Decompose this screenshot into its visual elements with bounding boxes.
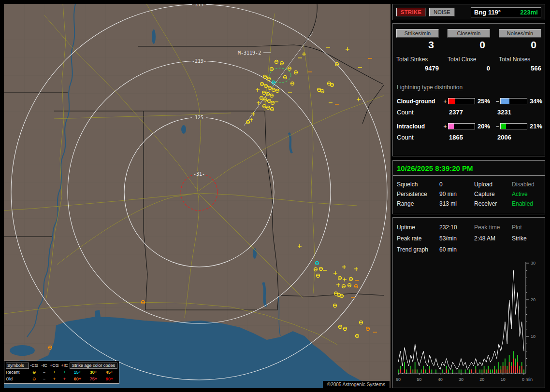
plus-sign: +	[442, 98, 448, 105]
svg-text:10: 10	[531, 334, 536, 339]
ic-minus-bar	[500, 123, 527, 129]
cg-negative-icon: ⊖	[29, 370, 39, 375]
total-noises-value: 566	[499, 65, 541, 72]
cg-minus-pct: 34%	[527, 98, 544, 105]
strike-mode-button[interactable]: STRIKE	[396, 8, 426, 16]
peak-rate-label: Peak rate	[397, 235, 439, 242]
lightning-map[interactable]: -313--219--125--31- M-3119-2 Symbols -CG…	[4, 4, 391, 388]
ic-minus-pct: 21%	[527, 123, 544, 130]
peak-time-label: Peak time	[474, 224, 512, 231]
ic-negative-icon: −	[39, 370, 49, 375]
datetime-display: 10/26/2025 8:39:20 PM	[393, 161, 545, 176]
noises-per-min-button[interactable]: Noises/min	[499, 29, 541, 38]
cg-minus-bar	[500, 98, 527, 104]
peak-rate-row: Peak rate 53/min 2:48 AM Strike	[393, 233, 545, 244]
ic-positive-icon: +	[59, 377, 70, 381]
persistence-label: Persistence	[397, 191, 439, 197]
rate-buttons-row: Strikes/min 3 Close/min 0 Noises/min 0	[393, 24, 545, 50]
statistics-panel: Strikes/min 3 Close/min 0 Noises/min 0 T…	[392, 23, 545, 156]
svg-text:60: 60	[396, 377, 401, 382]
totals-row: Total Strikes 9479 Total Close 0 Total N…	[393, 50, 545, 72]
squelch-row: Squelch 0 Upload Disabled	[393, 180, 545, 189]
noise-mode-button[interactable]: NOISE	[429, 8, 454, 16]
age-code-15: 15+	[70, 370, 86, 375]
legend-recent-row: Recent ⊖ − + + 15+ 30+ 45+	[6, 369, 117, 376]
cloud-ground-counts: Count 2377 3231	[397, 109, 545, 116]
total-strikes-label: Total Strikes	[396, 56, 439, 63]
persistence-value: 90 min	[439, 191, 474, 197]
noises-per-min-value: 0	[499, 38, 541, 50]
svg-text:20: 20	[479, 377, 484, 382]
ring-label-313: -313-	[192, 4, 206, 7]
close-per-min-value: 0	[448, 38, 490, 50]
cg-plus-count: 2377	[449, 109, 497, 116]
receiver-value: Enabled	[512, 200, 545, 207]
intracloud-label: Intracloud	[397, 123, 442, 130]
trend-graph: 1020306050403020100 min	[394, 259, 543, 387]
upload-value: Disabled	[512, 181, 545, 188]
squelch-label: Squelch	[397, 181, 439, 188]
age-code-75: 75+	[86, 377, 101, 381]
close-per-min-button[interactable]: Close/min	[448, 29, 490, 38]
svg-text:20: 20	[531, 297, 536, 302]
cloud-ground-label: Cloud-ground	[397, 98, 442, 105]
app-window: -313--219--125--31- M-3119-2 Symbols -CG…	[0, 0, 550, 392]
count-label: Count	[397, 134, 449, 141]
svg-text:40: 40	[438, 377, 443, 382]
upload-label: Upload	[474, 181, 512, 188]
ring-label-31: -31-	[193, 171, 205, 177]
receiver-label: Receiver	[474, 200, 512, 207]
cg-minus-count: 3231	[497, 109, 545, 116]
strikes-per-min-button[interactable]: Strikes/min	[396, 29, 439, 38]
storm-cell-label: M-3119-2	[238, 50, 261, 56]
total-strikes-value: 9479	[396, 65, 439, 72]
cg-plus-pct: 25%	[475, 98, 494, 105]
persistence-row: Persistence 90 min Capture Active	[393, 189, 545, 199]
squelch-value: 0	[439, 181, 474, 188]
age-code-30: 30+	[86, 370, 101, 375]
legend-col-ic-pos: +IC	[59, 363, 70, 368]
svg-text:50: 50	[417, 377, 421, 382]
legend-old-row: Old ⊖ − + + 60+ 75+ 90+	[6, 376, 117, 382]
age-code-45: 45+	[101, 370, 117, 375]
cg-plus-bar	[448, 98, 475, 104]
uptime-row: Uptime 232:10 Peak time Plot	[393, 222, 545, 233]
cg-positive-icon: +	[49, 370, 59, 375]
ring-label-125: -125-	[192, 115, 206, 120]
svg-text:30: 30	[531, 261, 536, 266]
plot-value: Strike	[512, 235, 545, 242]
legend-symbols-header: Symbols	[6, 363, 29, 369]
map-canvas[interactable]: -313--219--125--31- M-3119-2	[4, 4, 391, 388]
cg-positive-icon: +	[49, 377, 59, 381]
total-close-value: 0	[448, 65, 490, 72]
ic-plus-bar	[448, 123, 475, 129]
capture-value: Active	[512, 191, 545, 197]
ic-plus-count: 1865	[449, 134, 497, 141]
right-panel: STRIKE NOISE Bng 119° 223mi Strikes/min …	[392, 4, 545, 388]
legend-age-header: Strike age color codes	[70, 363, 117, 369]
session-panel: Uptime 232:10 Peak time Plot Peak rate 5…	[392, 217, 545, 388]
range-label: Range	[397, 200, 439, 207]
distribution-title: Lightning type distribution	[397, 84, 541, 91]
strike-legend: Symbols -CG -IC +CG +IC Strike age color…	[4, 361, 119, 384]
svg-text:30: 30	[459, 377, 463, 382]
ic-negative-icon: −	[39, 377, 49, 381]
ic-minus-count: 2006	[497, 134, 545, 141]
trend-row: Trend graph 60 min	[393, 244, 545, 255]
total-noises-label: Total Noises	[499, 56, 541, 63]
ring-label-219: -219-	[192, 58, 206, 64]
total-close-label: Total Close	[448, 56, 490, 63]
range-row: Range 313 mi Receiver Enabled	[393, 199, 545, 209]
minus-sign: −	[494, 123, 500, 130]
legend-col-ic-neg: -IC	[39, 363, 49, 368]
trend-label: Trend graph	[397, 246, 439, 253]
bearing-distance: 223mi	[520, 9, 538, 16]
intracloud-counts: Count 1865 2006	[397, 134, 545, 141]
plot-label: Plot	[512, 224, 545, 231]
peak-rate-value: 53/min	[439, 235, 474, 242]
age-code-90: 90+	[101, 377, 117, 381]
peak-time-value: 2:48 AM	[474, 235, 512, 242]
status-panel: 10/26/2025 8:39:20 PM Squelch 0 Upload D…	[392, 160, 545, 214]
copyright-credit: ©2005 Astrogenic Systems	[323, 381, 390, 388]
mode-bar: STRIKE NOISE Bng 119° 223mi	[392, 4, 545, 20]
